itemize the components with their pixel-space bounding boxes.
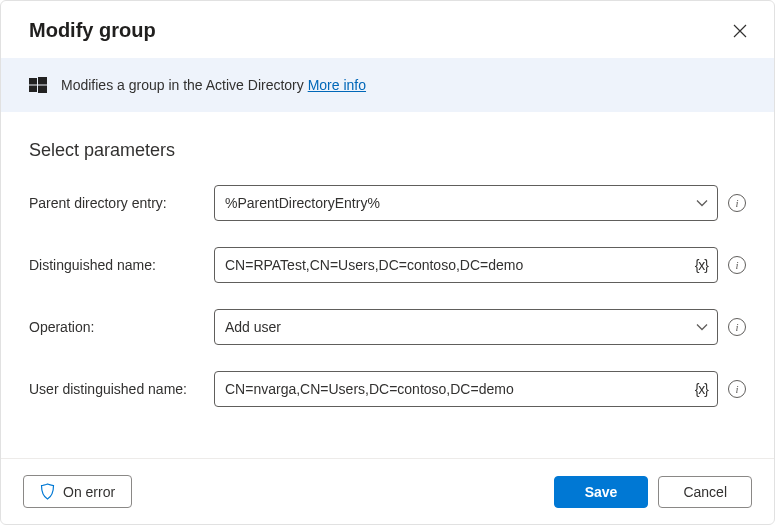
svg-rect-2 [29, 86, 37, 93]
chevron-down-icon[interactable] [696, 199, 708, 207]
variable-icon[interactable]: {x} [695, 381, 708, 397]
close-icon [733, 24, 747, 38]
user-distinguished-name-input-wrapper: {x} [214, 371, 718, 407]
parent-directory-label: Parent directory entry: [29, 195, 204, 211]
close-button[interactable] [730, 21, 750, 41]
parent-directory-input-wrapper [214, 185, 718, 221]
dialog-header: Modify group [1, 1, 774, 58]
distinguished-name-input[interactable] [214, 247, 718, 283]
operation-select[interactable] [214, 309, 718, 345]
operation-row: Operation: i [29, 309, 746, 345]
on-error-label: On error [63, 484, 115, 500]
dialog-footer: On error Save Cancel [1, 458, 774, 524]
info-banner: Modifies a group in the Active Directory… [1, 58, 774, 112]
parent-directory-row: Parent directory entry: i [29, 185, 746, 221]
user-distinguished-name-label: User distinguished name: [29, 381, 204, 397]
distinguished-name-row: Distinguished name: {x} i [29, 247, 746, 283]
save-button[interactable]: Save [554, 476, 649, 508]
on-error-button[interactable]: On error [23, 475, 132, 508]
user-distinguished-name-row: User distinguished name: {x} i [29, 371, 746, 407]
svg-rect-0 [29, 78, 37, 85]
section-title: Select parameters [29, 140, 746, 161]
dialog-content: Select parameters Parent directory entry… [1, 112, 774, 458]
distinguished-name-input-wrapper: {x} [214, 247, 718, 283]
banner-description: Modifies a group in the Active Directory [61, 77, 308, 93]
operation-input-wrapper [214, 309, 718, 345]
info-icon[interactable]: i [728, 380, 746, 398]
user-distinguished-name-input[interactable] [214, 371, 718, 407]
banner-text: Modifies a group in the Active Directory… [61, 77, 366, 93]
shield-icon [40, 483, 55, 500]
cancel-button[interactable]: Cancel [658, 476, 752, 508]
footer-actions: Save Cancel [554, 476, 752, 508]
svg-rect-3 [38, 86, 47, 94]
distinguished-name-label: Distinguished name: [29, 257, 204, 273]
operation-label: Operation: [29, 319, 204, 335]
svg-rect-1 [38, 77, 47, 85]
modify-group-dialog: Modify group Modifies a group in the Act… [0, 0, 775, 525]
variable-icon[interactable]: {x} [695, 257, 708, 273]
chevron-down-icon[interactable] [696, 323, 708, 331]
dialog-title: Modify group [29, 19, 156, 42]
info-icon[interactable]: i [728, 318, 746, 336]
more-info-link[interactable]: More info [308, 77, 366, 93]
info-icon[interactable]: i [728, 194, 746, 212]
parent-directory-select[interactable] [214, 185, 718, 221]
windows-icon [29, 76, 47, 94]
info-icon[interactable]: i [728, 256, 746, 274]
